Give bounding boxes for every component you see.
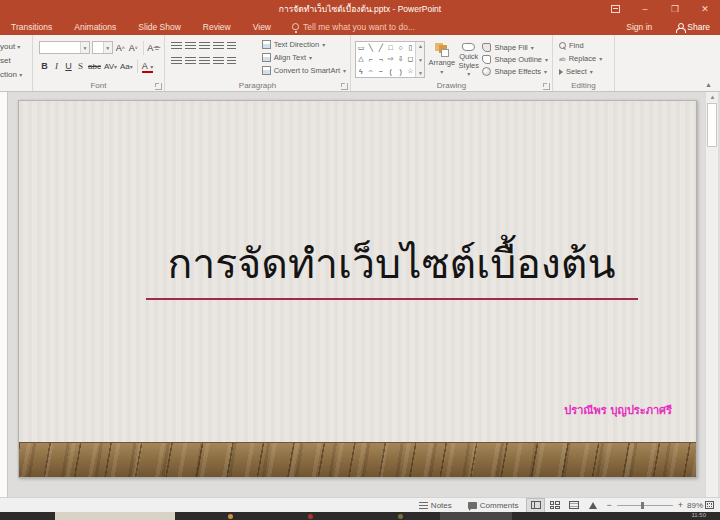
section-button-clipped[interactable]: ction ▾ [0, 70, 28, 79]
slide-thumbnail-pane-clipped[interactable] [0, 92, 8, 497]
shape-gallery-item[interactable]: ~ [376, 65, 386, 77]
shape-gallery-item[interactable]: ▭ [356, 42, 366, 54]
taskbar-app-icon[interactable] [308, 514, 313, 519]
slide-show-button[interactable] [583, 498, 602, 513]
shape-gallery-item[interactable]: ⌐ [366, 54, 376, 66]
shape-gallery-item[interactable]: ☆ [406, 65, 416, 77]
clear-formatting-button[interactable]: A⌯ [148, 41, 160, 54]
decrease-indent-icon[interactable] [199, 42, 210, 51]
align-center-icon[interactable] [185, 57, 196, 66]
slide-title-text[interactable]: การจัดทำเว็บไซต์เบื้องต้น [119, 231, 664, 296]
shape-gallery-item[interactable]: ▯ [406, 42, 416, 54]
ribbon-display-options-button[interactable] [600, 0, 630, 18]
shape-gallery-item[interactable]: ϟ [356, 65, 366, 77]
shape-gallery-item[interactable]: ⇩ [396, 54, 406, 66]
paragraph-dialog-launcher-icon[interactable] [341, 83, 348, 90]
shape-gallery-item[interactable]: ╲ [366, 42, 376, 54]
align-right-icon[interactable] [199, 57, 210, 66]
increase-font-size-button[interactable]: A˄ [115, 41, 126, 54]
reset-button-clipped[interactable]: set [0, 56, 28, 65]
scrollbar-thumb[interactable] [707, 103, 717, 147]
tell-me-box[interactable]: Tell me what you want to do... [282, 22, 425, 32]
shape-outline-button[interactable]: Shape Outline▾ [482, 55, 548, 64]
text-direction-button[interactable]: Text Direction▾ [262, 40, 346, 49]
tab-view[interactable]: View [242, 18, 282, 35]
title-underline-shape[interactable] [146, 298, 638, 300]
line-spacing-icon[interactable] [227, 42, 236, 51]
slide-canvas[interactable]: การจัดทำเว็บไซต์เบื้องต้น ปราณีพร บุญประ… [18, 100, 697, 478]
taskbar-active-app-clipped[interactable] [440, 512, 512, 520]
shape-gallery-item[interactable]: ◻ [406, 54, 416, 66]
minimize-button[interactable]: – [630, 0, 660, 18]
sign-in-link[interactable]: Sign in [626, 22, 652, 32]
tab-review[interactable]: Review [192, 18, 242, 35]
reading-view-button[interactable] [564, 498, 583, 513]
tab-slide-show[interactable]: Slide Show [127, 18, 192, 35]
shape-effects-button[interactable]: Shape Effects▾ [482, 67, 548, 76]
font-size-combobox[interactable]: ▼ [92, 41, 113, 54]
layout-button-clipped[interactable]: yout ▾ [0, 42, 28, 51]
taskbar-app-icon[interactable] [228, 514, 233, 519]
shape-gallery-item[interactable]: ○ [396, 42, 406, 54]
zoom-slider[interactable] [617, 505, 673, 506]
font-name-combobox[interactable]: ▼ [39, 41, 90, 54]
shape-fill-button[interactable]: Shape Fill▾ [482, 43, 548, 52]
close-button[interactable]: ✕ [690, 0, 720, 18]
bullets-icon[interactable] [171, 42, 182, 51]
fit-slide-to-window-icon[interactable] [705, 501, 714, 509]
collapse-ribbon-icon[interactable]: ▲ [705, 81, 712, 88]
taskbar-app-icon[interactable] [398, 514, 403, 519]
zoom-slider-thumb[interactable] [641, 502, 644, 509]
shape-gallery-item[interactable]: ) [396, 65, 406, 77]
normal-view-button[interactable] [526, 498, 545, 513]
font-dialog-launcher-icon[interactable] [155, 83, 162, 90]
text-shadow-button[interactable]: S [75, 60, 86, 73]
quick-styles-button[interactable]: QuickStyles ▾ [458, 39, 479, 79]
justify-icon[interactable] [213, 57, 224, 66]
character-spacing-button[interactable]: AV▾ [103, 60, 118, 73]
wood-floor-image[interactable] [19, 442, 696, 477]
align-text-button[interactable]: Align Text▾ [262, 53, 346, 62]
numbering-icon[interactable] [185, 42, 196, 51]
comments-toggle[interactable]: Comments [460, 498, 527, 513]
select-button[interactable]: Select▾ [559, 67, 610, 76]
shape-gallery-item[interactable]: ( [386, 65, 396, 77]
shape-gallery-item[interactable]: ¬ [376, 54, 386, 66]
shape-gallery-item[interactable]: △ [356, 54, 366, 66]
font-color-button[interactable]: A ▾ [141, 60, 155, 73]
zoom-in-button[interactable]: + [678, 500, 683, 510]
scroll-up-icon[interactable]: ▲ [706, 92, 719, 102]
strikethrough-button[interactable]: abc [87, 60, 102, 73]
restore-button[interactable]: ❐ [660, 0, 690, 18]
shape-gallery-item[interactable]: ╱ [376, 42, 386, 54]
replace-button[interactable]: ab Replace▾ [559, 54, 610, 63]
arrange-button[interactable]: Arrange▾ [428, 39, 455, 79]
person-icon [676, 23, 684, 31]
bold-button[interactable]: B [39, 60, 50, 73]
slide-sorter-view-button[interactable] [545, 498, 564, 513]
decrease-font-size-button[interactable]: A˅ [128, 41, 139, 54]
underline-button[interactable]: U [63, 60, 74, 73]
zoom-level[interactable]: 89% [687, 501, 703, 510]
tab-transitions[interactable]: Transitions [0, 18, 63, 35]
change-case-button[interactable]: Aa▾ [119, 60, 134, 73]
convert-smartart-button[interactable]: Convert to SmartArt▾ [262, 66, 346, 75]
align-left-icon[interactable] [171, 57, 182, 66]
shape-gallery-item[interactable]: ⌢ [366, 65, 376, 77]
italic-button[interactable]: I [51, 60, 62, 73]
notes-toggle[interactable]: Notes [411, 498, 460, 513]
share-button[interactable]: Share [666, 18, 720, 35]
vertical-scrollbar[interactable]: ▲ [705, 92, 718, 497]
shape-gallery-item[interactable]: □ [386, 42, 396, 54]
find-button[interactable]: Find [559, 41, 610, 50]
columns-icon[interactable] [227, 57, 236, 66]
chevron-down-icon: ▾ [590, 68, 593, 75]
drawing-dialog-launcher-icon[interactable] [543, 83, 550, 90]
taskbar-search-box-clipped[interactable] [55, 512, 175, 520]
shapes-gallery-scrollbar[interactable]: ▲ ▼ ▼ [415, 42, 424, 77]
shape-gallery-item[interactable]: ⇨ [386, 54, 396, 66]
zoom-out-button[interactable]: − [606, 500, 611, 510]
tab-animations[interactable]: Animations [63, 18, 127, 35]
slide-credit-text[interactable]: ปราณีพร บุญประภาศรี [564, 401, 672, 419]
increase-indent-icon[interactable] [213, 42, 224, 51]
